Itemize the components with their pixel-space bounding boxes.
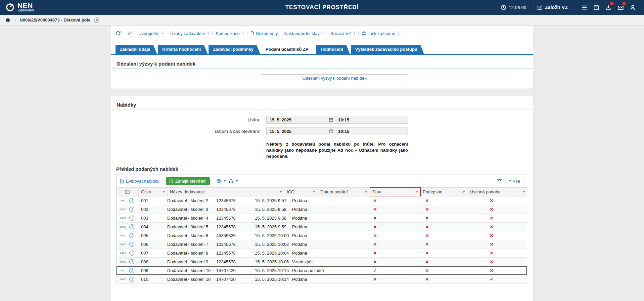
offer-row[interactable]: i 009 Dodavatel - školení 10 14707420 15… (117, 266, 527, 275)
row-actions-icon[interactable] (120, 278, 126, 280)
document-icon (250, 31, 254, 36)
calendar-icon[interactable] (590, 0, 602, 15)
mail-icon[interactable] (614, 0, 627, 15)
row-actions-icon[interactable] (120, 252, 126, 254)
column-header-listinna-podoba[interactable]: Listinná podoba (467, 188, 527, 196)
menu-komunikace[interactable]: Komunikace (216, 31, 244, 36)
cell-ico: 12345678 (214, 207, 252, 212)
column-header-cislo[interactable]: Číslo ↑ (139, 188, 168, 196)
info-icon[interactable]: i (129, 259, 134, 264)
tab-zakladni-udaje[interactable]: Základní údaje (116, 45, 157, 54)
menu-tisk-zaznamu[interactable]: Tisk záznamu (362, 31, 395, 36)
breadcrumb-item[interactable]: N006/25/V00004673 - Disková pole (19, 17, 90, 23)
tab-hodnoceni[interactable]: Hodnocení (316, 45, 350, 54)
column-header-nazev-dodavatele[interactable]: Název dodavatele (168, 188, 284, 196)
calendar-icon[interactable] (329, 129, 333, 134)
menu-icon[interactable] (578, 0, 590, 15)
row-actions-icon[interactable] (120, 243, 126, 245)
info-icon[interactable]: i (129, 268, 134, 273)
menu-uverejneni[interactable]: Uveřejnění (138, 31, 164, 36)
form-row-lhuta: Lhůta: 15. 5. 2025 10:15 (116, 116, 528, 124)
environment-title: TESTOVACÍ PROSTŘEDÍ (285, 4, 359, 11)
cell-dodavatel: Dodavatel - školení 6 (165, 233, 214, 238)
offer-row[interactable]: i 005 Dodavatel - školení 6 45359326 15.… (117, 231, 527, 240)
row-actions-icon[interactable] (120, 235, 126, 236)
podepsan-mark-icon (425, 233, 429, 238)
nen-logo[interactable]: NEN Zadavatel (5, 3, 34, 12)
row-actions-icon[interactable] (120, 270, 126, 271)
oteviranie-date-value[interactable]: 15. 5. 2025 (267, 129, 329, 134)
row-actions-icon[interactable] (120, 209, 126, 210)
odeslani-vyzvy-button[interactable]: Odeslání výzvy k podání nabídek (261, 74, 408, 82)
filter-caret-icon[interactable] (415, 191, 418, 193)
row-actions-icon[interactable] (120, 200, 126, 201)
column-header-podepsan[interactable]: Podepsán (420, 188, 467, 196)
offer-row[interactable]: i 007 Dodavatel - školení 8 12345678 15.… (117, 249, 527, 258)
filter-vse-dropdown[interactable]: Vše (508, 179, 520, 184)
row-actions-icon[interactable] (120, 226, 126, 228)
info-icon[interactable]: i (129, 198, 134, 203)
tab-zadavaci-podminky[interactable]: Zadávací podmínky (209, 45, 260, 54)
cell-podepsan-mark (399, 276, 456, 282)
tab-vysledek-zadavaciho-postupu[interactable]: Výsledek zadávacího postupu (351, 45, 424, 54)
row-actions-icon[interactable] (120, 217, 126, 219)
print-table-button[interactable] (216, 179, 226, 184)
download-icon[interactable] (602, 0, 614, 15)
info-icon[interactable]: i (129, 251, 134, 256)
filter-caret-icon[interactable] (523, 191, 525, 193)
podepsan-mark-icon (425, 276, 429, 282)
cell-ico: 12345678 (214, 224, 252, 229)
menu-sprava-vz[interactable]: Správa VZ (330, 31, 355, 36)
row-actions-cell: i (117, 207, 139, 212)
cell-dodavatel: Dodavatel - školení 7 (165, 242, 214, 247)
info-icon[interactable]: i (129, 233, 134, 238)
info-icon[interactable]: i (129, 224, 134, 229)
offer-row[interactable]: i 004 Dodavatel - školení 5 12345678 15.… (117, 223, 527, 231)
filter-caret-icon[interactable] (365, 191, 368, 193)
column-header-stav[interactable]: Stav (370, 188, 420, 196)
cell-ico: 12345678 (214, 216, 252, 221)
filter-caret-icon[interactable] (462, 191, 465, 193)
column-header-ico[interactable]: IČO (284, 188, 318, 196)
mail-badge (623, 2, 626, 5)
filter-caret-icon[interactable] (163, 191, 165, 193)
offer-row[interactable]: i 001 Dodavatel - školení 2 12345678 15.… (117, 196, 527, 205)
close-circle-icon[interactable]: ✕ (94, 17, 99, 23)
tab-kriteria-hodnoceni[interactable]: Kritéria hodnocení (158, 45, 208, 54)
lhuta-time-value[interactable]: 10:15 (333, 117, 349, 122)
info-icon[interactable]: i (129, 207, 134, 212)
offer-row[interactable]: i 003 Dodavatel - školení 4 12345678 15.… (117, 214, 527, 223)
calendar-icon[interactable] (329, 117, 333, 122)
row-actions-icon[interactable] (120, 261, 126, 263)
record-card: Uveřejnění Úkony zadavatele Komunikace D… (111, 26, 533, 301)
lhuta-date-value[interactable]: 15. 5. 2025 (267, 117, 329, 122)
menu-nestandardni-stav[interactable]: Nestandardní stav (284, 31, 324, 36)
tab-podani-ucastniku-zp[interactable]: Podání účastníků ZP (261, 45, 315, 54)
column-header-datum-podani[interactable]: Datum podání (318, 188, 370, 196)
cell-listinna-mark (456, 268, 527, 273)
filter-funnel-icon[interactable] (497, 179, 502, 184)
offer-row[interactable]: i 002 Dodavatel - školení 3 12345678 15.… (117, 205, 527, 214)
evidovat-nabidku-button[interactable]: Evidovat nabídku (120, 179, 159, 184)
offer-row[interactable]: i 008 Dodavatel - školení 9 12345678 15.… (117, 258, 527, 266)
oteviranie-time-value[interactable]: 10:15 (333, 129, 349, 134)
info-icon[interactable]: i (129, 216, 134, 221)
export-table-button[interactable] (229, 179, 238, 183)
offer-row[interactable]: i 006 Dodavatel - školení 7 12345678 15.… (117, 240, 527, 249)
filter-caret-icon[interactable] (313, 191, 316, 193)
info-icon[interactable]: i (129, 242, 134, 247)
home-icon[interactable] (5, 17, 11, 23)
refresh-icon[interactable] (116, 31, 121, 36)
user-icon[interactable] (627, 0, 639, 15)
pencil-icon[interactable] (127, 31, 132, 36)
menu-dokumenty[interactable]: Dokumenty (250, 31, 278, 36)
section-title-vyzva: Odeslání výzvy k podání nabídek (111, 61, 533, 69)
menu-ukony-zadavatele[interactable]: Úkony zadavatele (170, 31, 209, 36)
offer-row[interactable]: i 010 Dodavatel - školení 10 14707420 15… (117, 275, 527, 284)
row-actions-cell: i (117, 198, 139, 203)
filter-caret-icon[interactable] (279, 191, 282, 193)
create-vz-button[interactable]: Založit VZ (535, 4, 570, 11)
info-icon[interactable]: i (129, 277, 134, 282)
zahajit-otevirani-button[interactable]: Zahájit otevírání (166, 177, 210, 185)
column-chooser-icon[interactable] (117, 188, 139, 196)
